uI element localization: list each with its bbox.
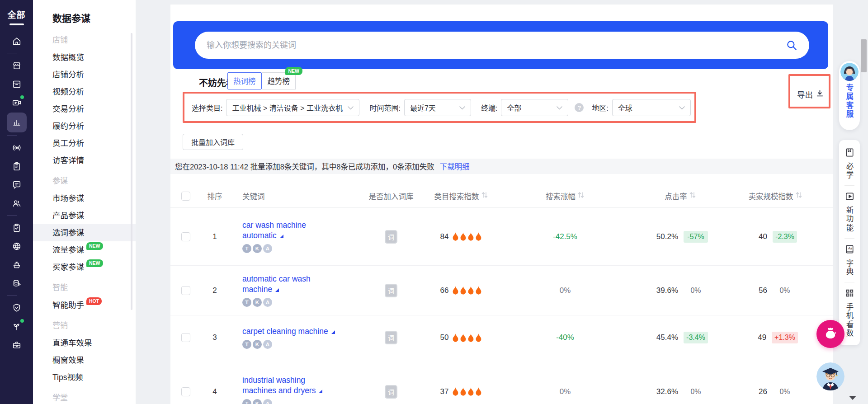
chat-bubble-button[interactable] xyxy=(816,320,844,348)
keyword-link[interactable]: car wash machine xyxy=(242,220,306,230)
tool-新功能[interactable]: 新功能 xyxy=(844,191,855,233)
rail-all-label[interactable]: 全部 xyxy=(7,8,25,20)
export-button[interactable]: 导出 xyxy=(797,89,824,100)
rail-item-chart[interactable] xyxy=(7,113,27,132)
sidebar-item-员工分析[interactable]: 员工分析 xyxy=(33,135,136,152)
in-thesaurus-badge[interactable]: 词 xyxy=(385,284,397,297)
filter-select-0[interactable]: 工业机械 > 清洁设备 > 工业洗衣机 xyxy=(226,99,359,116)
rail-item-store[interactable] xyxy=(7,56,27,75)
sidebar-item-智能助手[interactable]: 智能助手HOT xyxy=(33,296,136,314)
rail-item-chat[interactable] xyxy=(7,175,27,194)
filter-select-2[interactable]: 全部 xyxy=(501,99,568,116)
search-growth: -42.5% xyxy=(553,232,577,241)
tab-趋势榜[interactable]: 趋势榜NEW xyxy=(262,72,296,89)
scroll-down-arrow[interactable] xyxy=(849,396,856,400)
sidebar-item-选词参谋[interactable]: 选词参谋 xyxy=(33,224,136,241)
sidebar-item-视频分析[interactable]: 视频分析 xyxy=(33,83,136,100)
chevron-down-icon xyxy=(348,103,354,112)
keyword-link[interactable]: carpet cleaning machine xyxy=(242,326,335,337)
search-input[interactable] xyxy=(207,41,786,50)
sort-icon[interactable] xyxy=(795,191,802,201)
sidebar-item-直通车效果[interactable]: 直通车效果 xyxy=(33,334,136,352)
shield-icon xyxy=(12,303,22,313)
rail-item-briefcase[interactable] xyxy=(7,335,27,354)
row-checkbox[interactable] xyxy=(181,387,190,396)
tag-badge-K: K xyxy=(253,340,262,349)
sort-icon[interactable] xyxy=(689,191,696,201)
chevron-down-icon xyxy=(557,103,562,112)
keyword-link[interactable]: automatic xyxy=(242,230,283,241)
rail-item-video[interactable] xyxy=(7,93,27,112)
expand-icon xyxy=(275,288,279,292)
keyword-link[interactable]: automatic car wash xyxy=(242,274,311,284)
sidebar-item-买家参谋[interactable]: 买家参谋NEW xyxy=(33,258,136,276)
search-pill xyxy=(195,32,809,59)
row-rank: 1 xyxy=(212,232,217,241)
tool-必学[interactable]: 必学 xyxy=(844,147,855,180)
buyer-scale-delta-badge: 0% xyxy=(773,386,797,398)
sidebar-item-橱窗效果[interactable]: 橱窗效果 xyxy=(33,352,136,369)
tag-badge-K: K xyxy=(253,399,262,404)
filter-select-3[interactable]: 全球 xyxy=(612,99,691,116)
tool-label: 必学 xyxy=(844,162,855,180)
sidebar-item-流量参谋[interactable]: 流量参谋NEW xyxy=(33,241,136,258)
sidebar-item-数据概览[interactable]: 数据概览 xyxy=(33,49,136,66)
customer-service-panel[interactable]: 专属客服 xyxy=(839,61,860,130)
sidebar-scrollbar-thumb[interactable] xyxy=(131,33,132,310)
rail-item-ship[interactable] xyxy=(7,255,27,274)
tab-热词榜[interactable]: 热词榜 xyxy=(227,72,262,89)
sort-icon[interactable] xyxy=(577,191,585,201)
in-thesaurus-badge[interactable]: 词 xyxy=(385,385,397,399)
rail-item-broadcast[interactable] xyxy=(7,138,27,157)
keyword-link[interactable]: machines and dryers xyxy=(242,385,322,396)
notice-text: 您在2023-10-18 11:42 批量添加8条关键词，其中8条已成功添加，0… xyxy=(175,161,434,172)
sidebar-item-交易分析[interactable]: 交易分析 xyxy=(33,100,136,117)
new-badge: NEW xyxy=(86,242,103,250)
rail-item-coins[interactable] xyxy=(7,274,27,292)
filter-select-1[interactable]: 最近7天 xyxy=(404,99,471,116)
keyword-link[interactable]: machine xyxy=(242,284,279,295)
column-header-checkbox xyxy=(170,192,201,201)
tool-divider xyxy=(844,185,854,186)
filter-label-0: 选择类目: xyxy=(192,102,222,113)
rail-item-globe[interactable] xyxy=(7,237,27,255)
keyword-link[interactable]: industrial washing xyxy=(242,375,305,385)
rail-item-home[interactable] xyxy=(7,32,27,50)
rail-item-orders[interactable] xyxy=(7,75,27,93)
rail-item-sprout[interactable] xyxy=(7,317,27,335)
help-icon[interactable]: ? xyxy=(575,103,584,112)
in-thesaurus-badge[interactable]: 词 xyxy=(385,331,397,344)
sidebar-item-产品参谋[interactable]: 产品参谋 xyxy=(33,207,136,224)
student-avatar[interactable] xyxy=(816,362,844,390)
column-header-排序: 排序 xyxy=(201,191,228,202)
row-checkbox[interactable] xyxy=(181,232,190,241)
search-icon[interactable] xyxy=(786,39,797,51)
select-all-checkbox[interactable] xyxy=(181,192,190,201)
sidebar-item-履约分析[interactable]: 履约分析 xyxy=(33,117,136,135)
sort-icon[interactable] xyxy=(481,191,488,201)
rail-item-users[interactable] xyxy=(7,194,27,212)
row-checkbox[interactable] xyxy=(181,333,190,342)
rail-item-tasks[interactable] xyxy=(7,218,27,237)
tool-手机看数[interactable]: 手机看数 xyxy=(844,288,855,338)
sidebar-item-店铺分析[interactable]: 店铺分析 xyxy=(33,66,136,83)
page-scrollbar-thumb[interactable] xyxy=(861,39,867,72)
rail-item-shield[interactable] xyxy=(7,298,27,317)
tag-badge-A: A xyxy=(263,244,272,253)
sidebar-item-Tips视频[interactable]: Tips视频 xyxy=(33,369,136,386)
new-badge: NEW xyxy=(86,259,103,267)
category-search-index: 66 xyxy=(440,286,449,295)
row-rank: 4 xyxy=(212,387,217,396)
batch-add-button[interactable]: 批量加入词库 xyxy=(183,134,243,150)
service-panel-label: 专属客服 xyxy=(844,84,855,119)
row-checkbox[interactable] xyxy=(181,286,190,295)
sidebar-item-市场参谋[interactable]: 市场参谋 xyxy=(33,190,136,207)
sidebar-item-访客详情[interactable]: 访客详情 xyxy=(33,152,136,169)
rail-item-clipboard[interactable] xyxy=(7,157,27,175)
tool-字典[interactable]: Aa字典 xyxy=(844,244,855,277)
expand-icon xyxy=(280,235,283,238)
filter-label-3: 地区: xyxy=(592,102,608,113)
download-detail-link[interactable]: 下载明细 xyxy=(440,161,470,172)
in-thesaurus-badge[interactable]: 词 xyxy=(385,230,397,244)
dict-icon: Aa xyxy=(844,244,855,256)
